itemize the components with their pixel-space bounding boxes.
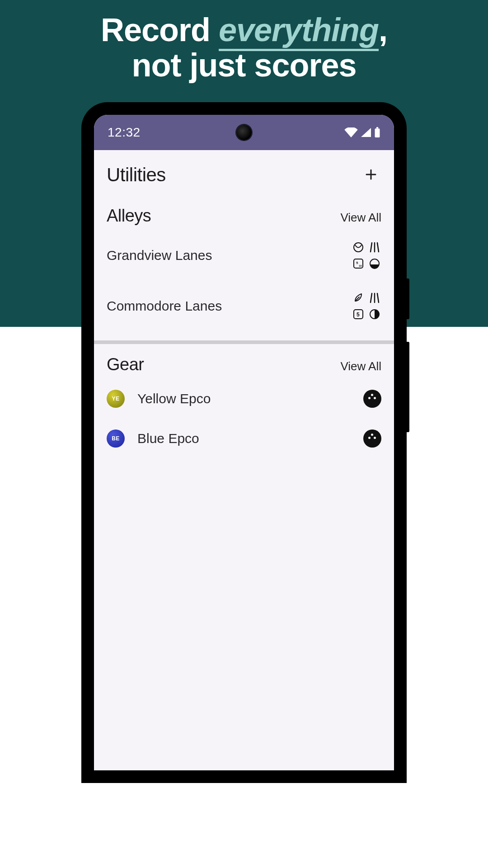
section-divider (94, 340, 394, 344)
battery-icon (374, 127, 380, 138)
gear-list-item[interactable]: YE Yellow Epco (107, 379, 381, 419)
wifi-icon (344, 127, 358, 137)
add-button[interactable] (361, 164, 381, 186)
promo-headline-line2: not just scores (0, 48, 488, 83)
promo-headline-prefix: Record (101, 12, 219, 48)
view-all-alleys[interactable]: View All (340, 211, 381, 225)
alley-name: Commodore Lanes (107, 298, 222, 314)
alley-attr-icons: 510 (352, 241, 381, 270)
bowling-ball-icon (363, 390, 381, 408)
section-gear: Gear View All YE Yellow Epco BE (94, 355, 394, 458)
cell-signal-icon (361, 127, 371, 137)
section-alleys-title: Alleys (107, 206, 151, 226)
bowling-ball-icon (363, 429, 381, 448)
gear-name: Blue Epco (137, 431, 351, 446)
contrast-icon (369, 309, 380, 320)
gear-list-item[interactable]: BE Blue Epco (107, 419, 381, 458)
svg-rect-1 (376, 127, 378, 128)
gear-avatar: BE (107, 429, 125, 448)
alley-list-item[interactable]: Commodore Lanes 5 (107, 281, 381, 331)
plus-icon (364, 168, 378, 181)
gear-avatar: YE (107, 390, 125, 408)
alley-attr-icons: 5 (352, 291, 381, 321)
phone-volume-button (406, 342, 409, 432)
phone-mockup: 12:32 Utilities (81, 102, 407, 783)
leaf-icon (353, 292, 364, 303)
front-camera (236, 125, 252, 140)
promo-headline-emph: everything (219, 12, 379, 51)
five-pin-icon: 5 (353, 309, 364, 320)
gear-name: Yellow Epco (137, 391, 351, 406)
section-alleys: Alleys View All Grandview Lanes 510 (94, 206, 394, 331)
promo-headline: Record everything, not just scores (0, 0, 488, 83)
view-all-gear[interactable]: View All (340, 359, 381, 373)
status-time: 12:32 (108, 125, 141, 140)
svg-text:10: 10 (359, 264, 362, 267)
status-bar: 12:32 (94, 115, 394, 150)
five-ten-icon: 510 (353, 258, 364, 269)
alley-name: Grandview Lanes (107, 248, 212, 263)
alley-list-item[interactable]: Grandview Lanes 510 (107, 230, 381, 281)
ball-return-icon (353, 242, 364, 253)
lanes-icon (369, 292, 380, 303)
section-gear-title: Gear (107, 355, 144, 374)
page-title: Utilities (107, 164, 166, 186)
promo-headline-suffix: , (379, 12, 387, 48)
svg-text:5: 5 (356, 261, 358, 265)
svg-rect-0 (375, 128, 380, 137)
oil-pattern-icon (369, 258, 380, 269)
lanes-icon (369, 242, 380, 253)
phone-side-button (406, 278, 409, 319)
svg-text:5: 5 (357, 311, 360, 318)
